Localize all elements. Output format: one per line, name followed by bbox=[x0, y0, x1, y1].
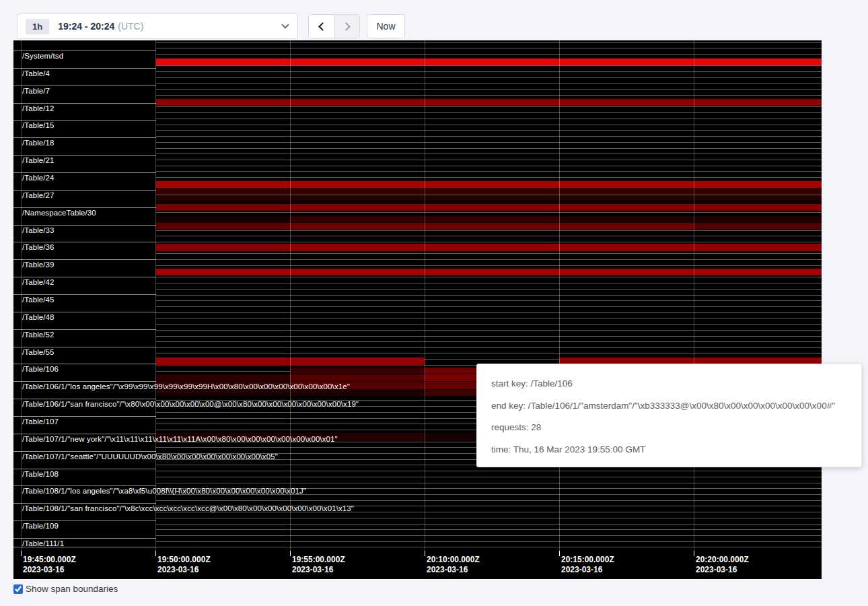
span-boundary-line bbox=[156, 277, 822, 277]
span-boundary-line bbox=[156, 48, 822, 48]
span-boundary-line bbox=[156, 230, 822, 231]
span-boundary-line bbox=[13, 399, 156, 399]
heat-band bbox=[290, 244, 822, 251]
time-gridline bbox=[694, 40, 694, 551]
span-boundary-line bbox=[156, 341, 822, 342]
heat-band bbox=[156, 223, 290, 230]
span-boundary-line bbox=[156, 89, 822, 90]
span-boundary-line bbox=[156, 306, 822, 307]
show-span-boundaries-label: Show span boundaries bbox=[26, 584, 118, 594]
span-boundary-line bbox=[156, 212, 822, 213]
span-boundary-line bbox=[13, 259, 156, 260]
span-boundary-line bbox=[13, 520, 156, 521]
next-time-button[interactable] bbox=[334, 15, 360, 38]
span-boundary-line bbox=[156, 125, 822, 125]
heat-band bbox=[290, 204, 822, 211]
axis-label: 20:20:00.000Z2023-03-16 bbox=[696, 555, 749, 575]
span-boundary-line bbox=[156, 354, 822, 354]
show-span-boundaries-checkbox[interactable] bbox=[13, 584, 23, 594]
span-boundary-line bbox=[13, 329, 156, 330]
now-button[interactable]: Now bbox=[367, 14, 405, 38]
span-boundary-line bbox=[13, 137, 156, 138]
span-boundary-line bbox=[156, 265, 822, 266]
span-boundary-line bbox=[13, 242, 156, 242]
span-boundary-line bbox=[156, 54, 822, 55]
span-label: /Table/15 bbox=[22, 121, 55, 129]
axis-label: 20:10:00.000Z2023-03-16 bbox=[427, 555, 480, 575]
span-boundary-line bbox=[156, 300, 822, 301]
span-label: /Table/42 bbox=[22, 278, 55, 286]
span-boundary-line bbox=[156, 318, 822, 318]
axis-tick bbox=[290, 551, 291, 556]
span-label: /Table/36 bbox=[22, 243, 55, 251]
span-boundary-line bbox=[13, 485, 156, 486]
prev-time-button[interactable] bbox=[309, 15, 334, 38]
span-label: /Table/107/1/"new york"/"\x11\x11\x11\x1… bbox=[22, 435, 338, 443]
span-boundary-line bbox=[13, 347, 156, 347]
span-boundary-line bbox=[156, 65, 822, 66]
span-label: /Table/24 bbox=[22, 174, 55, 182]
span-boundary-line bbox=[156, 119, 822, 119]
tooltip-end-key: end key: /Table/106/1/"amsterdam"/"\xb33… bbox=[491, 399, 847, 413]
span-boundary-line bbox=[156, 477, 822, 477]
span-label: /Table/52 bbox=[22, 331, 55, 339]
axis-label: 19:50:00.000Z2023-03-16 bbox=[157, 555, 211, 575]
span-label: /Table/39 bbox=[22, 261, 55, 269]
span-boundary-line bbox=[156, 71, 822, 72]
span-boundary-line bbox=[156, 518, 822, 518]
time-range-select[interactable]: 1h 19:24 - 20:24 (UTC) bbox=[17, 13, 298, 39]
span-label: /Table/108/1/"san francisco"/"\x8c\xcc\x… bbox=[22, 504, 354, 512]
time-preset-badge: 1h bbox=[26, 19, 49, 34]
span-label: /Table/4 bbox=[22, 69, 50, 77]
span-boundary-line bbox=[156, 106, 822, 107]
span-label: /Table/111/1 bbox=[22, 539, 64, 547]
span-boundary-line bbox=[13, 277, 156, 277]
time-gridline bbox=[290, 40, 291, 551]
span-boundary-line bbox=[156, 171, 822, 172]
time-gridline bbox=[155, 40, 156, 551]
show-span-boundaries-row: Show span boundaries bbox=[13, 584, 118, 594]
tooltip-start-key: start key: /Table/106 bbox=[491, 377, 847, 391]
span-label: /Table/7 bbox=[22, 87, 50, 95]
axis-label: 20:15:00.000Z2023-03-16 bbox=[561, 555, 614, 575]
span-label: /System/tsd bbox=[22, 52, 63, 60]
span-tooltip: start key: /Table/106 end key: /Table/10… bbox=[476, 364, 862, 467]
heat-band bbox=[694, 223, 822, 230]
span-boundary-line bbox=[156, 312, 822, 313]
span-boundary-line bbox=[156, 547, 822, 547]
key-visualizer-canvas[interactable]: /System/tsd/Table/4/Table/7/Table/12/Tab… bbox=[13, 40, 822, 579]
span-boundary-line bbox=[13, 538, 156, 539]
span-boundary-line bbox=[156, 541, 822, 542]
span-boundary-line bbox=[156, 535, 822, 536]
heat-band bbox=[290, 368, 425, 374]
span-boundary-line bbox=[13, 155, 156, 156]
span-boundary-line bbox=[156, 259, 822, 260]
span-boundary-line bbox=[156, 529, 822, 530]
span-label: /Table/33 bbox=[22, 226, 55, 234]
chevron-left-icon bbox=[318, 22, 327, 31]
span-boundary-line bbox=[13, 451, 156, 452]
heat-band bbox=[290, 223, 694, 230]
span-label: /Table/107/1/"seattle"/"UUUUUUD\x00\x80\… bbox=[22, 452, 278, 461]
span-label: /Table/106/1/"los angeles"/"\x99\x99\x99… bbox=[22, 382, 350, 391]
tooltip-requests: requests: 28 bbox=[491, 421, 847, 434]
span-boundary-line bbox=[156, 347, 822, 348]
span-label: /Table/106 bbox=[22, 365, 59, 373]
span-boundary-line bbox=[13, 364, 156, 364]
span-boundary-line bbox=[13, 434, 156, 434]
span-label: /Table/108 bbox=[22, 470, 59, 478]
span-boundary-line bbox=[156, 166, 822, 166]
heat-band bbox=[425, 382, 476, 389]
span-boundary-line bbox=[156, 136, 822, 137]
span-boundary-line bbox=[156, 95, 822, 96]
span-boundary-line bbox=[156, 154, 822, 154]
span-label: /Table/107 bbox=[22, 417, 59, 426]
span-boundary-line bbox=[156, 330, 822, 331]
heat-band bbox=[156, 244, 290, 251]
span-boundary-line bbox=[156, 112, 822, 113]
span-boundary-line bbox=[156, 253, 822, 254]
span-boundary-line bbox=[156, 160, 822, 160]
span-boundary-line bbox=[13, 225, 156, 226]
time-gridline bbox=[21, 40, 22, 551]
heat-band bbox=[156, 99, 822, 106]
